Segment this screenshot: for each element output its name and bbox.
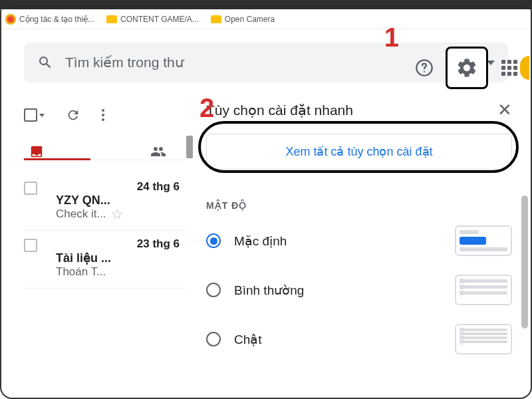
browser-chrome-top bbox=[0, 0, 532, 9]
density-option-label: Bình thường bbox=[234, 283, 304, 298]
email-row[interactable]: 23 thg 6 Tài liệu ... Thoán T... bbox=[24, 231, 186, 289]
density-option-comfortable[interactable]: Bình thường bbox=[206, 275, 512, 305]
tab-inbox[interactable] bbox=[29, 144, 44, 159]
help-icon bbox=[415, 59, 434, 77]
bookmarks-bar: Cộng tác & tạo thiệ... CONTENT GAME/A...… bbox=[0, 9, 532, 29]
settings-button[interactable] bbox=[446, 47, 488, 89]
tab-social[interactable] bbox=[150, 144, 166, 160]
see-all-settings-button[interactable]: Xem tất cả tùy chọn cài đặt bbox=[206, 134, 512, 170]
density-preview-icon bbox=[455, 225, 512, 256]
tab-indicator bbox=[24, 158, 90, 160]
density-preview-icon bbox=[455, 275, 512, 305]
email-sender: Tài liệu ... bbox=[56, 251, 186, 265]
close-button[interactable]: ✕ bbox=[497, 100, 512, 120]
category-tabs bbox=[24, 134, 186, 160]
annotation-number-1: 1 bbox=[384, 23, 399, 53]
mail-list-column: 24 thg 6 YZY QN... Check it... 23 thg 6 … bbox=[0, 96, 186, 399]
refresh-button[interactable] bbox=[66, 108, 80, 122]
search-icon bbox=[37, 55, 53, 70]
email-date: 24 thg 6 bbox=[56, 180, 186, 194]
density-option-compact[interactable]: Chật bbox=[206, 324, 512, 354]
gear-icon bbox=[456, 57, 478, 79]
help-button[interactable] bbox=[415, 59, 434, 77]
chevron-down-icon bbox=[39, 114, 45, 117]
annotation-number-2: 2 bbox=[200, 93, 214, 123]
folder-icon bbox=[106, 15, 117, 23]
bookmark-item[interactable]: Cộng tác & tạo thiệ... bbox=[5, 14, 94, 25]
scrollbar[interactable] bbox=[521, 196, 528, 329]
svg-point-1 bbox=[424, 71, 425, 72]
density-option-label: Mặc định bbox=[234, 233, 287, 249]
checkbox-icon bbox=[24, 108, 37, 122]
avatar[interactable] bbox=[520, 56, 529, 80]
bookmark-label: Open Camera bbox=[225, 15, 275, 24]
email-list: 24 thg 6 YZY QN... Check it... 23 thg 6 … bbox=[24, 160, 186, 289]
bookmark-item[interactable]: CONTENT GAME/A... bbox=[106, 15, 199, 24]
header-actions bbox=[415, 47, 519, 89]
panel-divider[interactable] bbox=[186, 96, 193, 399]
email-subject: Check it... bbox=[56, 207, 186, 221]
more-menu-button[interactable] bbox=[102, 109, 104, 121]
apps-button[interactable] bbox=[500, 59, 519, 77]
bookmark-label: CONTENT GAME/A... bbox=[120, 15, 199, 24]
bookmark-label: Cộng tác & tạo thiệ... bbox=[19, 15, 94, 24]
panel-title: Tùy chọn cài đặt nhanh bbox=[206, 102, 353, 118]
density-section-label: MẬT ĐỘ bbox=[206, 200, 512, 211]
email-subject: Thoán T... bbox=[56, 265, 186, 279]
bookmark-item[interactable]: Open Camera bbox=[211, 15, 275, 24]
radio-icon bbox=[206, 332, 221, 346]
density-option-default[interactable]: Mặc định bbox=[206, 225, 512, 256]
radio-selected-icon bbox=[206, 233, 221, 248]
email-sender: YZY QN... bbox=[56, 194, 186, 207]
quick-settings-panel: Tùy chọn cài đặt nhanh ✕ Xem tất cả tùy … bbox=[193, 96, 532, 399]
email-date: 23 thg 6 bbox=[56, 237, 186, 251]
list-toolbar bbox=[24, 102, 186, 134]
density-preview-icon bbox=[455, 324, 512, 354]
folder-icon bbox=[211, 15, 221, 23]
email-checkbox[interactable] bbox=[24, 182, 37, 195]
drag-handle-icon bbox=[186, 136, 193, 158]
bookmark-brand-icon bbox=[5, 14, 16, 25]
radio-icon bbox=[206, 283, 221, 297]
select-all-checkbox[interactable] bbox=[24, 108, 45, 122]
apps-icon bbox=[501, 60, 517, 76]
star-icon[interactable] bbox=[110, 207, 124, 221]
email-row[interactable]: 24 thg 6 YZY QN... Check it... bbox=[24, 174, 186, 231]
density-option-label: Chật bbox=[234, 332, 262, 347]
email-checkbox[interactable] bbox=[24, 239, 37, 252]
